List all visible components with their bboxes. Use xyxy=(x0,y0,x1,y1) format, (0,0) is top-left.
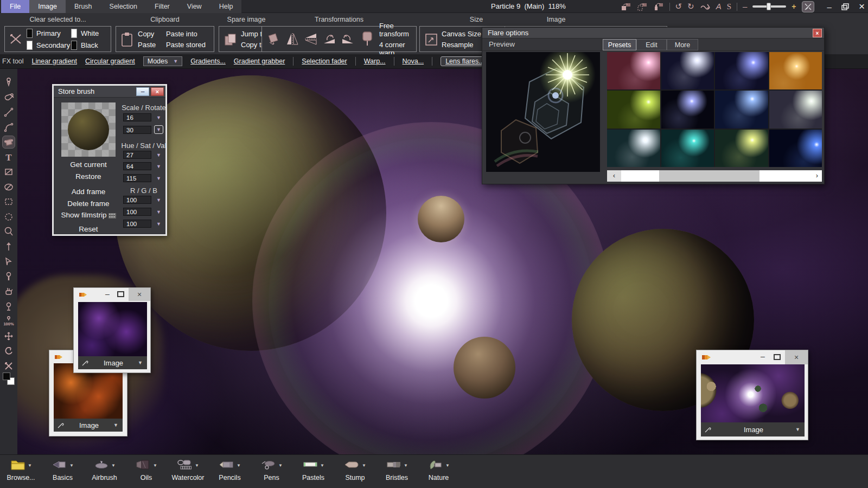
foreground-background-swatches[interactable] xyxy=(3,373,15,386)
chevron-down-icon[interactable]: ▼ xyxy=(404,463,408,468)
clear-to-black-button[interactable]: Black xyxy=(81,41,98,49)
fx-selection-fader[interactable]: Selection fader xyxy=(302,57,347,65)
close-icon[interactable]: × xyxy=(129,288,150,301)
spline-history-icon[interactable]: S xyxy=(727,1,731,12)
tool-browse[interactable]: ▼Browse... xyxy=(0,455,42,481)
tool-watercolor[interactable]: ▼Watercolor xyxy=(167,455,209,481)
flare-preset[interactable] xyxy=(607,52,660,89)
close-icon[interactable]: × xyxy=(785,350,808,364)
dialog-titlebar[interactable]: Flare options × xyxy=(482,28,824,38)
image-menu-label[interactable]: Image xyxy=(89,359,138,367)
airbrush-tool[interactable] xyxy=(2,76,15,89)
zoom-in-icon[interactable]: + xyxy=(792,1,796,12)
fx-gradients[interactable]: Gradients... xyxy=(190,57,226,65)
flare-preset[interactable] xyxy=(661,91,714,128)
fx-modes[interactable]: Modes▼ xyxy=(143,56,182,66)
undo-icon[interactable]: ↺ xyxy=(675,1,682,12)
val-combo[interactable]: 115▼ xyxy=(123,174,161,182)
rotate-combo[interactable]: 30▼ xyxy=(123,125,163,134)
reset-button[interactable]: Reset xyxy=(54,225,123,233)
chevron-down-icon[interactable]: ▼ xyxy=(156,197,161,203)
store-brush-dialog[interactable]: Store brush – × Scale / Rotate 16▼ 30▼ H… xyxy=(52,84,167,236)
rectangle-tool[interactable] xyxy=(2,165,15,178)
minimize-icon[interactable]: – xyxy=(101,288,113,301)
dialog-titlebar[interactable]: Store brush – × xyxy=(54,86,165,98)
flare-preset[interactable] xyxy=(769,130,822,167)
zoom-slider-thumb[interactable] xyxy=(767,3,771,10)
chevron-down-icon[interactable]: ▼ xyxy=(445,463,450,468)
window-titlebar[interactable]: – × xyxy=(74,288,150,301)
eyedropper-icon[interactable] xyxy=(704,426,712,433)
fx-linear-gradient[interactable]: Linear gradient xyxy=(32,57,77,65)
chevron-down-icon[interactable]: ▼ xyxy=(156,209,161,215)
swap-brush-icon[interactable] xyxy=(653,2,664,11)
tab-edit[interactable]: Edit xyxy=(636,39,667,50)
rotate-canvas-icon[interactable] xyxy=(266,33,280,48)
cut-tool[interactable] xyxy=(2,359,15,373)
eyedropper-icon[interactable] xyxy=(57,421,65,429)
scale-value[interactable]: 16 xyxy=(123,113,151,121)
window-restore-icon[interactable] xyxy=(841,3,849,10)
close-icon[interactable]: × xyxy=(813,29,822,37)
chevron-down-icon[interactable]: ▼ xyxy=(156,164,161,169)
rotate-right-icon[interactable] xyxy=(340,31,355,48)
tool-pastels[interactable]: ▼Pastels xyxy=(292,455,334,481)
blue-combo[interactable]: 100▼ xyxy=(123,220,161,228)
chevron-down-icon[interactable]: ▼ xyxy=(153,463,157,468)
red-combo[interactable]: 100▼ xyxy=(123,196,161,204)
flare-preset[interactable] xyxy=(769,91,822,128)
paste-into-button[interactable]: Paste into xyxy=(166,30,206,38)
tab-presets[interactable]: Presets xyxy=(603,39,636,50)
menu-tab-brush[interactable]: Brush xyxy=(66,0,101,13)
warp-history-icon[interactable] xyxy=(700,3,711,10)
image-window-nebula[interactable]: – × Image ▼ xyxy=(73,287,151,373)
flare-preset[interactable] xyxy=(769,52,822,89)
chevron-down-icon[interactable]: ▼ xyxy=(113,422,118,428)
menu-tab-help[interactable]: Help xyxy=(210,0,242,13)
tool-nature[interactable]: ▼Nature xyxy=(418,455,459,481)
fx-nova[interactable]: Nova... xyxy=(403,57,424,65)
rotate-left-icon[interactable] xyxy=(322,31,337,48)
minimize-icon[interactable]: – xyxy=(757,350,769,363)
menu-tab-file[interactable]: File xyxy=(1,0,29,13)
blue-value[interactable]: 100 xyxy=(123,220,151,228)
tool-airbrush[interactable]: ▼Airbrush xyxy=(84,455,125,481)
show-filmstrip-button[interactable]: Show filmstrip xyxy=(54,211,123,220)
close-icon[interactable]: × xyxy=(151,87,164,96)
maximize-icon[interactable] xyxy=(117,291,124,297)
add-frame-button[interactable]: Add frame xyxy=(54,188,123,196)
window-titlebar[interactable]: – × xyxy=(697,350,808,364)
canvas-size-button[interactable]: Canvas Size xyxy=(442,30,481,38)
flare-preset[interactable] xyxy=(715,91,768,128)
zoom-slider[interactable] xyxy=(752,5,786,8)
val-value[interactable]: 115 xyxy=(123,174,151,182)
chevron-down-icon[interactable]: ▼ xyxy=(795,427,800,432)
delete-frame-button[interactable]: Delete frame xyxy=(54,200,123,208)
restore-button[interactable]: Restore xyxy=(54,172,123,181)
swap-image-icon[interactable] xyxy=(621,2,631,11)
tool-stump[interactable]: ▼Stump xyxy=(334,455,376,481)
chevron-down-icon[interactable]: ▼ xyxy=(69,463,74,468)
flare-preset[interactable] xyxy=(607,130,660,167)
chevron-down-icon[interactable]: ▼ xyxy=(237,463,241,468)
tool-pens[interactable]: ▼Pens xyxy=(251,455,292,481)
flare-options-dialog[interactable]: Flare options × Preview Presets Edit Mor… xyxy=(482,27,825,184)
maximize-icon[interactable] xyxy=(774,354,781,360)
chevron-down-icon[interactable]: ▼ xyxy=(138,360,143,365)
tool-bristles[interactable]: ▼Bristles xyxy=(376,455,418,481)
menu-tab-selection[interactable]: Selection xyxy=(101,0,146,13)
green-value[interactable]: 100 xyxy=(123,208,151,216)
sat-combo[interactable]: 64▼ xyxy=(123,162,161,170)
swap-selection-icon[interactable] xyxy=(637,2,648,11)
resample-button[interactable]: Resample xyxy=(442,41,481,49)
scrollbar-thumb[interactable] xyxy=(659,170,760,182)
magnifier-tool[interactable] xyxy=(2,225,15,238)
menu-tab-filter[interactable]: Filter xyxy=(146,0,178,13)
ellipse-tool[interactable] xyxy=(2,181,15,194)
scroll-right-button[interactable]: › xyxy=(812,170,822,182)
chevron-down-icon[interactable]: ▼ xyxy=(111,463,116,468)
rect-select-tool[interactable] xyxy=(2,195,15,208)
chevron-down-icon[interactable]: ▼ xyxy=(156,221,161,227)
window-close-icon[interactable]: × xyxy=(859,1,865,12)
image-menu-label[interactable]: Image xyxy=(712,426,795,434)
